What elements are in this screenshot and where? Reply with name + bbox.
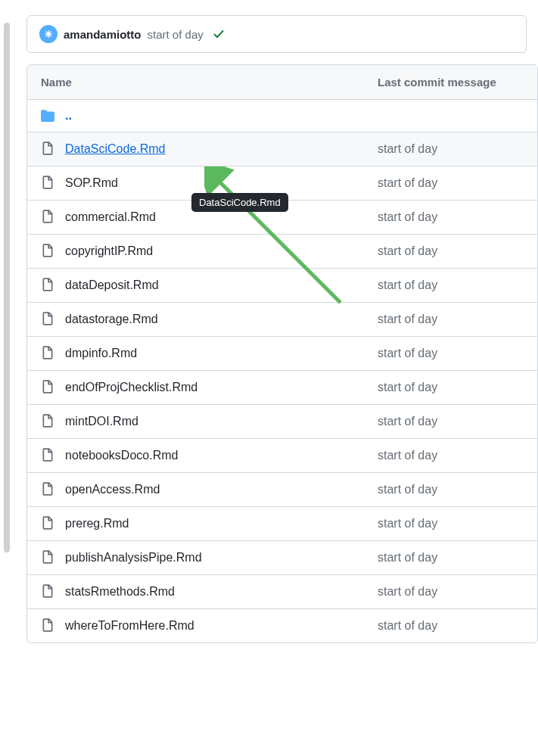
tooltip: DataSciCode.Rmd [191,193,288,212]
table-row[interactable]: DataSciCode.Rmdstart of day [27,132,537,166]
avatar[interactable] [39,25,58,43]
table-header: Name Last commit message [27,65,537,100]
scrollbar[interactable] [4,23,10,552]
file-icon [41,550,54,565]
commit-message-cell[interactable]: start of day [378,381,437,394]
file-icon [41,482,54,497]
table-row[interactable]: mintDOI.Rmdstart of day [27,405,537,439]
file-link[interactable]: openAccess.Rmd [65,483,160,496]
table-row[interactable]: dmpinfo.Rmdstart of day [27,337,537,371]
check-icon [213,28,225,40]
file-link[interactable]: statsRmethods.Rmd [65,585,175,599]
file-link[interactable]: dataDeposit.Rmd [65,278,159,292]
commit-message-cell[interactable]: start of day [378,347,437,360]
commit-message-cell[interactable]: start of day [378,142,437,156]
file-link[interactable]: SOP.Rmd [65,176,118,190]
file-icon [41,516,54,531]
commit-author[interactable]: amandamiotto [64,28,141,41]
commit-message-cell[interactable]: start of day [378,313,437,326]
commit-message[interactable]: start of day [148,28,204,41]
file-link[interactable]: copyrightIP.Rmd [65,244,153,258]
file-icon [41,312,54,327]
file-icon [41,380,54,395]
file-link[interactable]: publishAnalysisPipe.Rmd [65,551,202,565]
file-icon [41,210,54,225]
commit-message-cell[interactable]: start of day [378,278,437,292]
file-link[interactable]: notebooksDoco.Rmd [65,449,178,462]
file-icon [41,278,54,293]
file-icon [41,618,54,633]
commit-message-cell[interactable]: start of day [378,415,437,428]
table-row[interactable]: notebooksDoco.Rmdstart of day [27,439,537,473]
table-row[interactable]: whereToFromHere.Rmdstart of day [27,609,537,642]
commit-message-cell[interactable]: start of day [378,551,437,565]
file-icon [41,448,54,463]
file-link[interactable]: mintDOI.Rmd [65,415,138,428]
table-row[interactable]: statsRmethods.Rmdstart of day [27,575,537,609]
file-link[interactable]: prereg.Rmd [65,517,129,530]
table-row[interactable]: prereg.Rmdstart of day [27,507,537,541]
file-icon [41,346,54,361]
commit-message-cell[interactable]: start of day [378,449,437,462]
file-icon [41,176,54,191]
table-row[interactable]: dataDeposit.Rmdstart of day [27,269,537,303]
file-link[interactable]: datastorage.Rmd [65,313,158,326]
file-link[interactable]: endOfProjChecklist.Rmd [65,381,197,394]
table-row[interactable]: openAccess.Rmdstart of day [27,473,537,507]
file-icon [41,142,54,157]
svg-point-1 [47,33,51,36]
file-icon [41,584,54,599]
table-row[interactable]: datastorage.Rmdstart of day [27,303,537,337]
parent-dir-label: .. [65,109,72,123]
latest-commit-bar: amandamiotto start of day [26,15,527,53]
commit-message-cell[interactable]: start of day [378,483,437,496]
commit-message-cell[interactable]: start of day [378,517,437,530]
file-icon [41,414,54,429]
table-row[interactable]: copyrightIP.Rmdstart of day [27,235,537,269]
commit-message-cell[interactable]: start of day [378,176,437,190]
file-link[interactable]: DataSciCode.Rmd [65,142,166,156]
table-row[interactable]: publishAnalysisPipe.Rmdstart of day [27,541,537,575]
commit-message-cell[interactable]: start of day [378,585,437,599]
parent-directory-row[interactable]: .. [27,100,537,132]
commit-message-cell[interactable]: start of day [378,210,437,224]
file-table: Name Last commit message .. DataSciCode.… [26,64,538,643]
commit-message-cell[interactable]: start of day [378,619,437,633]
file-icon [41,244,54,259]
file-link[interactable]: whereToFromHere.Rmd [65,619,194,633]
column-header-message[interactable]: Last commit message [378,76,496,89]
folder-icon [41,109,54,123]
column-header-name[interactable]: Name [41,76,378,89]
file-link[interactable]: commercial.Rmd [65,210,156,224]
commit-message-cell[interactable]: start of day [378,244,437,258]
file-link[interactable]: dmpinfo.Rmd [65,347,137,360]
table-row[interactable]: endOfProjChecklist.Rmdstart of day [27,371,537,405]
